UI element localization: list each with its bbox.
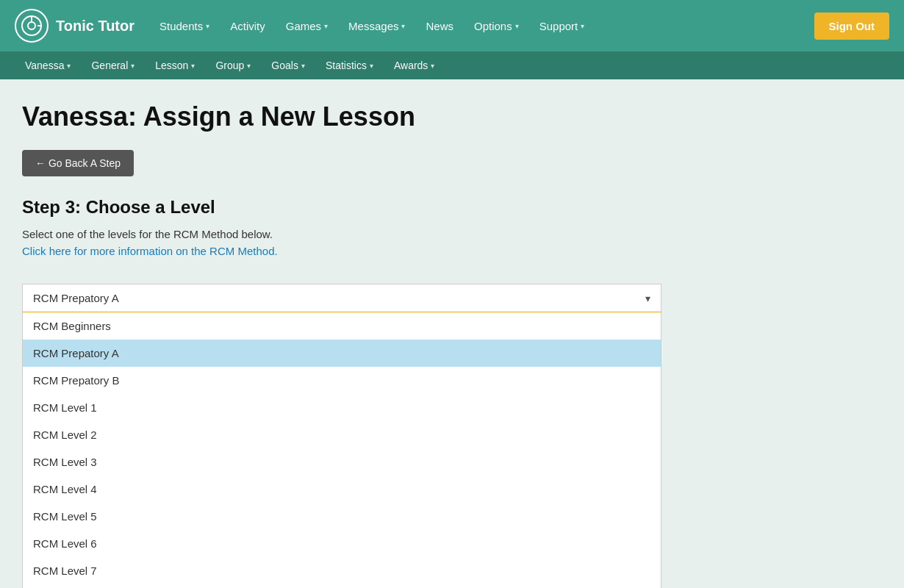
- list-item[interactable]: RCM Level 1: [23, 394, 661, 421]
- list-item[interactable]: RCM Level 4: [23, 476, 661, 503]
- chevron-down-icon: ▾: [131, 62, 134, 70]
- chevron-down-icon: ▾: [191, 62, 195, 70]
- sub-nav-item-lesson[interactable]: Lesson ▾: [145, 51, 205, 79]
- level-dropdown-container: RCM Prepatory A ▾ RCM BeginnersRCM Prepa…: [22, 284, 661, 588]
- chevron-down-icon: ▾: [401, 22, 405, 30]
- sub-nav-item-awards[interactable]: Awards ▾: [384, 51, 445, 79]
- level-dropdown-selected[interactable]: RCM Prepatory A ▾: [22, 284, 661, 312]
- svg-point-1: [28, 22, 35, 29]
- step-title: Step 3: Choose a Level: [22, 197, 882, 218]
- list-item[interactable]: RCM Level 8: [23, 584, 661, 588]
- nav-item-news[interactable]: News: [415, 0, 464, 51]
- rcm-info-link[interactable]: Click here for more information on the R…: [22, 245, 278, 257]
- nav-item-games[interactable]: Games ▾: [276, 0, 338, 51]
- nav-items: Students ▾ Activity Games ▾ Messages ▾ N…: [149, 0, 814, 51]
- logo-text: Tonic Tutor: [56, 18, 134, 35]
- top-nav: Tonic Tutor Students ▾ Activity Games ▾ …: [0, 0, 904, 51]
- level-dropdown-list: RCM BeginnersRCM Prepatory ARCM Prepator…: [22, 312, 661, 588]
- chevron-down-icon: ▾: [301, 62, 305, 70]
- nav-item-students[interactable]: Students ▾: [149, 0, 220, 51]
- logo-icon: [15, 9, 49, 43]
- sub-nav-item-vanessa[interactable]: Vanessa ▾: [15, 51, 81, 79]
- chevron-down-icon: ▾: [67, 62, 71, 70]
- list-item[interactable]: RCM Level 2: [23, 421, 661, 448]
- sub-nav-item-goals[interactable]: Goals ▾: [261, 51, 315, 79]
- sub-nav-item-group[interactable]: Group ▾: [205, 51, 261, 79]
- step-description: Select one of the levels for the RCM Met…: [22, 228, 882, 240]
- chevron-down-icon: ▾: [515, 22, 519, 30]
- page-title: Vanessa: Assign a New Lesson: [22, 101, 882, 132]
- chevron-down-icon: ▾: [206, 22, 209, 30]
- chevron-down-icon: ▾: [645, 293, 650, 304]
- sub-nav: Vanessa ▾ General ▾ Lesson ▾ Group ▾ Goa…: [0, 51, 904, 79]
- sub-nav-item-general[interactable]: General ▾: [81, 51, 145, 79]
- list-item[interactable]: RCM Prepatory A: [23, 340, 661, 367]
- nav-item-activity[interactable]: Activity: [220, 0, 276, 51]
- nav-item-options[interactable]: Options ▾: [464, 0, 529, 51]
- sign-out-button[interactable]: Sign Out: [814, 12, 890, 40]
- list-item[interactable]: RCM Level 7: [23, 557, 661, 584]
- selected-value: RCM Prepatory A: [33, 292, 119, 304]
- chevron-down-icon: ▾: [370, 62, 373, 70]
- chevron-down-icon: ▾: [324, 22, 328, 30]
- go-back-button[interactable]: ← Go Back A Step: [22, 150, 134, 176]
- list-item[interactable]: RCM Level 3: [23, 448, 661, 476]
- chevron-down-icon: ▾: [581, 22, 584, 30]
- list-item[interactable]: RCM Prepatory B: [23, 367, 661, 394]
- list-item[interactable]: RCM Level 5: [23, 503, 661, 530]
- list-item[interactable]: RCM Beginners: [23, 312, 661, 340]
- chevron-down-icon: ▾: [247, 62, 251, 70]
- logo-area: Tonic Tutor: [15, 9, 134, 43]
- nav-item-support[interactable]: Support ▾: [529, 0, 595, 51]
- main-content: Vanessa: Assign a New Lesson ← Go Back A…: [0, 79, 904, 588]
- nav-item-messages[interactable]: Messages ▾: [338, 0, 415, 51]
- chevron-down-icon: ▾: [431, 62, 434, 70]
- sub-nav-item-statistics[interactable]: Statistics ▾: [315, 51, 384, 79]
- list-item[interactable]: RCM Level 6: [23, 530, 661, 557]
